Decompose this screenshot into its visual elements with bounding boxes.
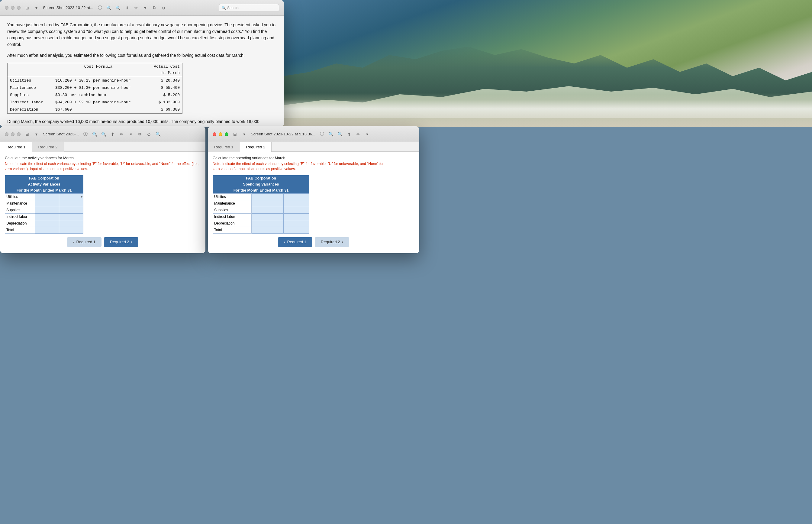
spending-total-effect[interactable]	[283, 227, 309, 233]
tab-required1[interactable]: Required 1	[0, 142, 32, 152]
table-row: Maintenance	[213, 200, 309, 207]
spending-chevron-down-icon[interactable]: ▾	[364, 131, 370, 137]
utilities-effect-dropdown[interactable]: ▾	[59, 193, 83, 200]
spending-actions: ⓘ 🔍 🔍 ⬆ ✏ ▾	[319, 131, 370, 137]
spending-maximize[interactable]	[225, 132, 229, 136]
airplay-icon[interactable]: ⊙	[160, 5, 167, 11]
next-button[interactable]: Required 2 ›	[104, 237, 138, 247]
spending-indirect-amount[interactable]	[251, 213, 283, 220]
spending-total-amount[interactable]	[251, 227, 283, 233]
table-row: Indirect labor	[213, 213, 309, 220]
spending-maintenance-effect[interactable]	[283, 200, 309, 207]
spending-maintenance-amount[interactable]	[251, 200, 283, 207]
spending-close[interactable]	[213, 132, 216, 136]
main-titlebar: ⊞ ▾ Screen Shot 2023-10-22 at... ⓘ 🔍 🔍 ⬆…	[0, 0, 284, 16]
titlebar-right: 🔍 Search	[219, 4, 279, 12]
row-depreciation-label: Depreciation	[7, 106, 53, 114]
activity-close[interactable]	[5, 132, 9, 136]
spending-indirect-effect[interactable]	[283, 213, 309, 220]
row-supplies-actual: $ 5,200	[144, 92, 182, 99]
main-window: ⊞ ▾ Screen Shot 2023-10-22 at... ⓘ 🔍 🔍 ⬆…	[0, 0, 284, 127]
prev-button[interactable]: ‹ Required 1	[67, 237, 101, 247]
activity-variance-table: FAB Corporation Activity Variances For t…	[5, 175, 83, 234]
supplies-effect-input[interactable]	[59, 207, 83, 213]
activity-search-icon[interactable]: 🔍	[155, 131, 161, 137]
info-icon[interactable]: ⓘ	[97, 5, 103, 11]
spending-supplies-amount[interactable]	[251, 207, 283, 213]
spending-next-arrow-icon: ›	[342, 240, 343, 244]
activity-chevron-down-icon[interactable]: ▾	[128, 131, 134, 137]
window-icon[interactable]: ⧉	[151, 5, 157, 11]
total-amount-input[interactable]	[35, 227, 59, 233]
row-supplies: Supplies	[5, 207, 35, 213]
share-icon[interactable]: ⬆	[124, 5, 130, 11]
utilities-amount-input[interactable]	[35, 193, 59, 200]
indirect-amount-input[interactable]	[35, 213, 59, 220]
close-button[interactable]	[5, 6, 9, 10]
spending-window-title: Screen Shot 2023-10-22 at 5.13.36...	[251, 132, 315, 136]
spending-edit-icon[interactable]: ✏	[355, 131, 361, 137]
depreciation-amount-input[interactable]	[35, 220, 59, 227]
maintenance-amount-input[interactable]	[35, 200, 59, 207]
activity-minimize[interactable]	[11, 132, 15, 136]
spending-utilities-effect[interactable]	[283, 193, 309, 200]
sidebar-icon[interactable]: ⊞	[24, 5, 30, 11]
zoom-out-icon[interactable]: 🔍	[106, 5, 112, 11]
spending-zoom-in-icon[interactable]: 🔍	[337, 131, 343, 137]
row-utilities-formula: $16,200 + $0.13 per machine-hour	[53, 77, 144, 84]
spending-depreciation-amount[interactable]	[251, 220, 283, 227]
cloud-layer	[283, 100, 812, 118]
search-icon: 🔍	[221, 6, 226, 10]
spending-minimize[interactable]	[219, 132, 222, 136]
spending-info-icon[interactable]: ⓘ	[319, 131, 325, 137]
chevron-down-icon-2[interactable]: ▾	[142, 5, 148, 11]
activity-content: Required 1 Required 2 Calculate the acti…	[0, 142, 205, 253]
depreciation-effect-input[interactable]	[59, 220, 83, 227]
activity-zoom-out-icon[interactable]: 🔍	[91, 131, 98, 137]
spending-utilities-amount[interactable]	[251, 193, 283, 200]
next-arrow-icon: ›	[131, 240, 132, 244]
edit-icon[interactable]: ✏	[133, 5, 139, 11]
activity-maximize[interactable]	[17, 132, 20, 136]
spending-share-icon[interactable]: ⬆	[346, 131, 352, 137]
row-indirect-actual: $ 132,900	[144, 99, 182, 106]
table-row: Total	[5, 227, 83, 233]
activity-window-icon[interactable]: ⧉	[137, 131, 143, 137]
spending-next-button[interactable]: Required 2 ›	[315, 237, 349, 247]
spending-table-company: FAB Corporation	[213, 175, 309, 181]
activity-chevron-icon[interactable]: ▾	[33, 131, 39, 137]
spending-chevron-icon[interactable]: ▾	[241, 131, 247, 137]
table-row: Utilities $16,200 + $0.13 per machine-ho…	[7, 77, 183, 84]
spending-tab-required1[interactable]: Required 1	[208, 142, 240, 152]
spending-tab-required2[interactable]: Required 2	[240, 142, 272, 152]
indirect-effect-input[interactable]	[59, 213, 83, 220]
table-title-row: Activity Variances	[5, 181, 83, 187]
activity-sidebar-icon[interactable]: ⊞	[24, 131, 30, 137]
spending-titlebar: ⊞ ▾ Screen Shot 2023-10-22 at 5.13.36...…	[208, 126, 419, 142]
activity-zoom-in-icon[interactable]: 🔍	[101, 131, 107, 137]
activity-airplay-icon[interactable]: ⊙	[146, 131, 152, 137]
table-row: Depreciation	[213, 220, 309, 227]
maximize-button[interactable]	[17, 6, 20, 10]
spending-depreciation-effect[interactable]	[283, 220, 309, 227]
spending-prev-button[interactable]: ‹ Required 1	[278, 237, 312, 247]
activity-share-icon[interactable]: ⬆	[109, 131, 116, 137]
search-bar[interactable]: 🔍 Search	[219, 4, 279, 12]
zoom-in-icon[interactable]: 🔍	[115, 5, 121, 11]
spending-sidebar-icon[interactable]: ⊞	[232, 131, 238, 137]
activity-traffic-lights	[5, 132, 20, 136]
minimize-button[interactable]	[11, 6, 15, 10]
supplies-amount-input[interactable]	[35, 207, 59, 213]
total-effect-input[interactable]	[59, 227, 83, 233]
tab-required2[interactable]: Required 2	[32, 142, 64, 152]
intro-paragraph: You have just been hired by FAB Corporat…	[7, 22, 277, 48]
chevron-down-icon[interactable]: ▾	[33, 5, 39, 11]
spending-zoom-out-icon[interactable]: 🔍	[328, 131, 334, 137]
activity-edit-icon[interactable]: ✏	[119, 131, 125, 137]
spending-row-supplies: Supplies	[213, 207, 252, 213]
activity-info-icon[interactable]: ⓘ	[83, 131, 88, 137]
row-maintenance-actual: $ 55,400	[144, 84, 182, 92]
spending-supplies-effect[interactable]	[283, 207, 309, 213]
activity-tabs-bar: Required 1 Required 2	[0, 142, 205, 152]
maintenance-effect-input[interactable]	[59, 200, 83, 207]
